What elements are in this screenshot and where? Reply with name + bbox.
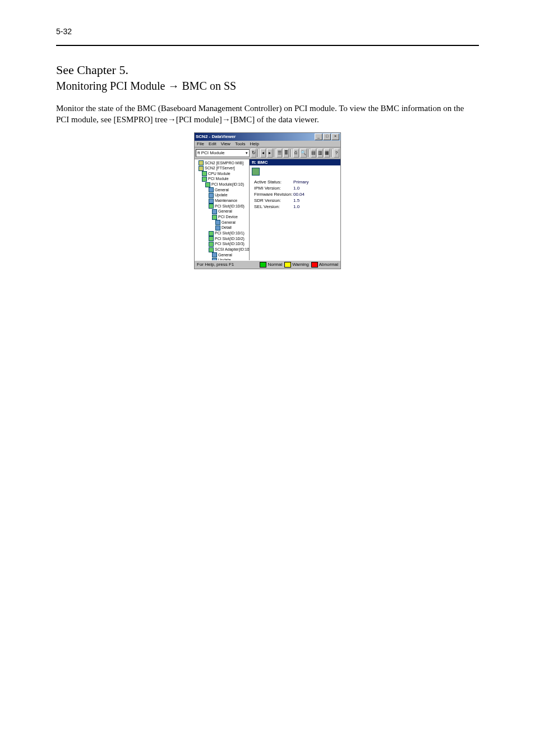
toolbar-view3-icon[interactable]: ▦ xyxy=(324,149,330,158)
tree-slot-0-pcidev-detail[interactable]: Detail xyxy=(215,225,248,231)
label-firmware-revision: Firmware Revision: xyxy=(254,191,293,197)
toolbar-search-icon[interactable]: 🔍 xyxy=(300,149,307,158)
body-paragraph: Monitor the state of the BMC (Baseboard … xyxy=(56,103,479,126)
close-button[interactable]: × xyxy=(331,133,339,140)
legend-warning: Warning xyxy=(292,262,309,267)
chevron-down-icon: ▾ xyxy=(246,151,248,155)
legend-abnormal-icon xyxy=(311,262,318,268)
toolbar-separator xyxy=(290,149,292,157)
tree-slot-1[interactable]: PCI Slot(ID:10/1) xyxy=(209,231,248,236)
toolbar-help-icon[interactable]: ? xyxy=(334,149,339,158)
slot-icon xyxy=(209,204,214,209)
value-sel-version: 1.0 xyxy=(293,204,299,210)
value-active-status: Primary xyxy=(293,179,309,185)
module-icon xyxy=(202,177,207,182)
menu-bar: File Edit View Tools Help xyxy=(195,141,340,147)
tree-scsi-adapter[interactable]: SCSI Adapter(ID:10/5) General Update Mai… xyxy=(209,247,248,260)
tree-scsi-general[interactable]: General xyxy=(212,252,248,258)
page-icon xyxy=(212,209,217,214)
client-area: SCN2 [ESMPRO MIB] SCN2 [FTServer] CPU Mo… xyxy=(195,159,340,260)
slot-icon xyxy=(209,231,214,236)
menu-view[interactable]: View xyxy=(221,141,230,146)
slot-icon xyxy=(209,236,214,241)
value-firmware-revision: 00.04 xyxy=(293,191,305,197)
menu-help[interactable]: Help xyxy=(250,141,259,146)
page-number: 5-32 xyxy=(56,27,72,36)
tree-slot-0[interactable]: PCI Slot(ID:10/0) General PCI Device Gen… xyxy=(209,204,248,231)
tree-maintenance[interactable]: Maintenance xyxy=(209,198,248,204)
label-sdr-version: SDR Version: xyxy=(254,197,293,204)
tree-scsi-update[interactable]: Update xyxy=(212,257,248,260)
page-icon xyxy=(215,220,220,225)
slot-icon xyxy=(209,242,214,247)
row-sdr-version: SDR Version: 1.5 xyxy=(254,197,336,204)
row-firmware-revision: Firmware Revision: 00.04 xyxy=(254,191,336,197)
status-bar: For Help, press F1 Normal Warning Abnorm… xyxy=(195,260,340,269)
toolbar-separator xyxy=(257,149,259,157)
row-ipmi-version: IPMI Version: 1.0 xyxy=(254,185,336,191)
menu-tools[interactable]: Tools xyxy=(235,141,246,146)
label-ipmi-version: IPMI Version: xyxy=(254,185,293,191)
toolbar-tree-icon[interactable]: ☰ xyxy=(276,149,282,158)
toolbar-list-icon[interactable]: ≣ xyxy=(283,149,289,158)
legend-warning-icon xyxy=(284,262,291,268)
row-sel-version: SEL Version: 1.0 xyxy=(254,204,336,210)
nav-tree[interactable]: SCN2 [ESMPRO MIB] SCN2 [FTServer] CPU Mo… xyxy=(195,159,250,260)
maximize-button[interactable]: □ xyxy=(323,133,331,140)
legend-normal: Normal xyxy=(268,262,282,267)
page-icon xyxy=(209,199,214,204)
tree-slot-0-pcidev[interactable]: PCI Device General Detail xyxy=(212,214,248,231)
detail-heading: ft: BMC xyxy=(250,159,340,165)
module-icon xyxy=(205,182,210,187)
row-active-status: Active Status: Primary xyxy=(254,179,336,185)
page-icon xyxy=(209,187,214,192)
legend-abnormal: Abnormal xyxy=(319,262,338,267)
toolbar-print-icon[interactable]: ⎙ xyxy=(293,149,299,158)
legend-normal-icon xyxy=(260,262,266,268)
status-hint: For Help, press F1 xyxy=(197,262,257,267)
value-sdr-version: 1.5 xyxy=(293,197,299,204)
menu-edit[interactable]: Edit xyxy=(209,141,216,146)
toolbar: ft PCI Module ▾ ↻ ◂ ▸ ☰ ≣ ⎙ 🔍 ▤ ▥ ▦ ? xyxy=(195,147,340,159)
tree-slot-2[interactable]: PCI Slot(ID:10/2) xyxy=(209,236,248,242)
tree-cpu-module[interactable]: CPU Module xyxy=(202,171,248,177)
toolbar-separator xyxy=(308,149,310,157)
tree-slot-0-pcidev-general[interactable]: General xyxy=(215,220,248,225)
tree-general[interactable]: General xyxy=(209,187,248,193)
tree-update[interactable]: Update xyxy=(209,192,248,198)
toolbar-back-icon[interactable]: ◂ xyxy=(260,149,266,158)
page-icon xyxy=(215,225,220,231)
tree-slot-3[interactable]: PCI Slot(ID:10/3) xyxy=(209,241,248,247)
toolbar-view1-icon[interactable]: ▤ xyxy=(311,149,316,158)
device-icon xyxy=(212,215,217,220)
toolbar-separator xyxy=(331,149,333,157)
tree-pci-module[interactable]: PCI Module PCI Module(ID:10) General Upd… xyxy=(202,176,248,260)
detail-body: Active Status: Primary IPMI Version: 1.0… xyxy=(250,178,340,211)
server-icon xyxy=(199,160,204,165)
page-icon xyxy=(212,252,217,257)
page-icon xyxy=(212,258,217,260)
tree-root-ftserver[interactable]: SCN2 [FTServer] CPU Module PCI Module PC… xyxy=(199,165,248,260)
toolbar-fwd-icon[interactable]: ▸ xyxy=(267,149,273,158)
page-icon xyxy=(209,193,214,198)
tree-root-esmpro[interactable]: SCN2 [ESMPRO MIB] xyxy=(199,160,248,166)
label-active-status: Active Status: xyxy=(254,179,293,185)
module-selector-value: ft PCI Module xyxy=(197,150,224,155)
adapter-icon xyxy=(209,247,214,252)
tree-pci-module-10[interactable]: PCI Module(ID:10) General Update Mainten… xyxy=(205,182,248,260)
toolbar-view2-icon[interactable]: ▥ xyxy=(317,149,323,158)
minimize-button[interactable]: _ xyxy=(315,133,322,140)
window-title: SCN2 - DataViewer xyxy=(196,134,315,139)
section-heading: Monitoring PCI Module → BMC on SS xyxy=(56,80,479,93)
menu-file[interactable]: File xyxy=(197,141,204,146)
chapter-reference: See Chapter 5. xyxy=(56,63,479,77)
tree-slot-0-general[interactable]: General xyxy=(212,209,248,214)
server-icon xyxy=(199,166,204,171)
module-selector[interactable]: ft PCI Module ▾ xyxy=(196,149,250,157)
window-titlebar[interactable]: SCN2 - DataViewer _ □ × xyxy=(195,133,340,141)
header-rule xyxy=(56,45,479,46)
toolbar-separator xyxy=(274,149,275,157)
toolbar-refresh-icon[interactable]: ↻ xyxy=(251,149,256,158)
value-ipmi-version: 1.0 xyxy=(293,185,299,191)
detail-icon-row xyxy=(250,165,340,178)
